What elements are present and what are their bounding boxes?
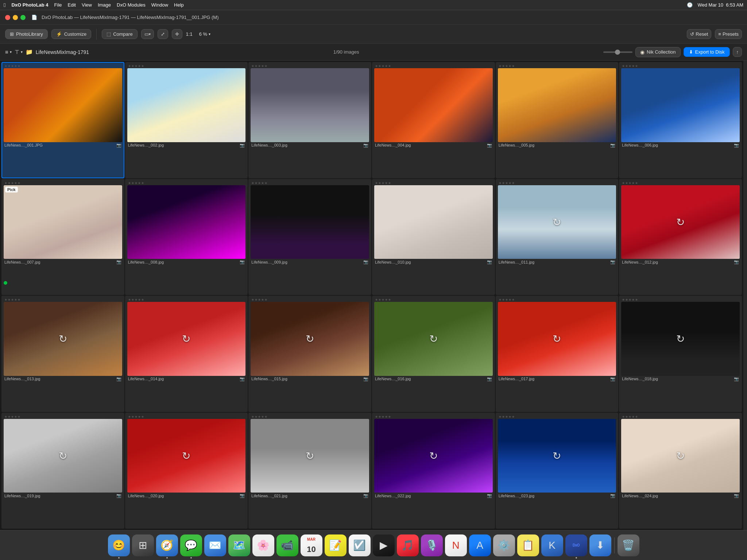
photo-cell-7[interactable]: ★★★★★PickLifeNews…_007.jpg📷 <box>1 179 124 295</box>
photo-cell-1[interactable]: ★★★★★LifeNews…_001.JPG📷 <box>1 62 124 178</box>
dock-item-mail[interactable]: ✉️ <box>204 534 226 556</box>
photo-cell-23[interactable]: ★★★★★↻LifeNews…_023.jpg📷 <box>496 413 619 529</box>
dock-item-reminders[interactable]: ☑️ <box>349 534 371 556</box>
star-3[interactable]: ★ <box>138 415 141 419</box>
dock-item-dxo[interactable]: DxO <box>565 534 587 556</box>
star-1[interactable]: ★ <box>255 415 258 419</box>
dock-item-calendar[interactable]: MAR10 <box>301 534 322 556</box>
menu-window[interactable]: Window <box>151 2 168 8</box>
star-0[interactable]: ★ <box>128 64 131 68</box>
star-3[interactable]: ★ <box>508 181 511 185</box>
star-2[interactable]: ★ <box>258 64 261 68</box>
star-2[interactable]: ★ <box>505 64 508 68</box>
star-2[interactable]: ★ <box>135 415 138 419</box>
star-2[interactable]: ★ <box>258 415 261 419</box>
compare-button[interactable]: ⬚ Compare <box>102 29 137 39</box>
star-4[interactable]: ★ <box>635 64 638 68</box>
star-4[interactable]: ★ <box>141 64 144 68</box>
star-3[interactable]: ★ <box>138 64 141 68</box>
dock-item-messages[interactable]: 💬 <box>180 534 202 556</box>
photo-cell-18[interactable]: ★★★★★↻LifeNews…_018.jpg📷 <box>619 296 742 412</box>
photo-cell-5[interactable]: ★★★★★LifeNews…_005.jpg📷 <box>496 62 619 178</box>
star-2[interactable]: ★ <box>11 415 14 419</box>
menu-edit[interactable]: Edit <box>68 2 76 8</box>
star-1[interactable]: ★ <box>255 298 258 302</box>
thumbnail-size-slider[interactable] <box>603 51 632 53</box>
fullscreen-button[interactable]: ⤢ <box>158 29 168 39</box>
star-2[interactable]: ★ <box>11 298 14 302</box>
nik-collection-button[interactable]: ◉ Nik Collection <box>635 47 680 57</box>
star-1[interactable]: ★ <box>255 181 258 185</box>
star-4[interactable]: ★ <box>635 415 638 419</box>
star-2[interactable]: ★ <box>11 181 14 185</box>
star-0[interactable]: ★ <box>375 181 378 185</box>
star-1[interactable]: ★ <box>378 415 381 419</box>
star-4[interactable]: ★ <box>264 298 267 302</box>
dock-item-maps[interactable]: 🗺️ <box>228 534 250 556</box>
star-1[interactable]: ★ <box>8 181 11 185</box>
star-1[interactable]: ★ <box>502 298 505 302</box>
photo-cell-12[interactable]: ★★★★★↻LifeNews…_012.jpg📷 <box>619 179 742 295</box>
star-3[interactable]: ★ <box>632 298 635 302</box>
star-1[interactable]: ★ <box>378 181 381 185</box>
app-name[interactable]: DxO PhotoLab 4 <box>11 2 48 8</box>
photo-stars-14[interactable]: ★★★★★ <box>127 298 246 302</box>
star-4[interactable]: ★ <box>141 298 144 302</box>
photo-cell-8[interactable]: ★★★★★LifeNews…_008.jpg📷 <box>125 179 248 295</box>
photo-stars-4[interactable]: ★★★★★ <box>374 64 493 68</box>
photo-cell-3[interactable]: ★★★★★LifeNews…_003.jpg📷 <box>248 62 371 178</box>
photo-cell-15[interactable]: ★★★★★↻LifeNews…_015.jpg📷 <box>248 296 371 412</box>
star-4[interactable]: ★ <box>388 181 391 185</box>
star-1[interactable]: ★ <box>378 64 381 68</box>
star-0[interactable]: ★ <box>622 181 625 185</box>
star-0[interactable]: ★ <box>499 298 502 302</box>
photo-stars-21[interactable]: ★★★★★ <box>251 415 369 419</box>
star-3[interactable]: ★ <box>385 298 388 302</box>
photo-stars-13[interactable]: ★★★★★ <box>4 298 122 302</box>
photo-stars-1[interactable]: ★★★★★ <box>4 64 122 68</box>
star-1[interactable]: ★ <box>378 298 381 302</box>
star-4[interactable]: ★ <box>18 64 20 68</box>
star-1[interactable]: ★ <box>8 298 11 302</box>
star-3[interactable]: ★ <box>261 181 264 185</box>
star-0[interactable]: ★ <box>4 298 7 302</box>
photo-cell-24[interactable]: ★★★★★↻LifeNews…_024.jpg📷 <box>619 413 742 529</box>
star-4[interactable]: ★ <box>141 181 144 185</box>
star-0[interactable]: ★ <box>622 298 625 302</box>
minimize-button[interactable] <box>13 15 18 20</box>
photo-cell-17[interactable]: ★★★★★↻LifeNews…_017.jpg📷 <box>496 296 619 412</box>
star-4[interactable]: ★ <box>141 415 144 419</box>
photo-stars-11[interactable]: ★★★★★ <box>498 181 616 185</box>
zoom-dropdown-icon[interactable]: ▾ <box>209 32 210 36</box>
photo-stars-12[interactable]: ★★★★★ <box>621 181 740 185</box>
star-4[interactable]: ★ <box>388 64 391 68</box>
photo-stars-8[interactable]: ★★★★★ <box>127 181 246 185</box>
star-3[interactable]: ★ <box>14 181 17 185</box>
star-0[interactable]: ★ <box>128 181 131 185</box>
photo-stars-3[interactable]: ★★★★★ <box>251 64 369 68</box>
star-2[interactable]: ★ <box>258 181 261 185</box>
star-1[interactable]: ★ <box>625 415 628 419</box>
star-4[interactable]: ★ <box>512 181 515 185</box>
star-3[interactable]: ★ <box>261 298 264 302</box>
star-0[interactable]: ★ <box>4 415 7 419</box>
apple-menu[interactable]:  <box>4 2 5 8</box>
menu-file[interactable]: File <box>54 2 62 8</box>
photo-stars-22[interactable]: ★★★★★ <box>374 415 493 419</box>
star-2[interactable]: ★ <box>382 181 384 185</box>
star-1[interactable]: ★ <box>502 415 505 419</box>
star-3[interactable]: ★ <box>261 415 264 419</box>
star-3[interactable]: ★ <box>632 64 635 68</box>
photo-cell-22[interactable]: ★★★★★↻LifeNews…_022.jpg📷 <box>372 413 495 529</box>
star-1[interactable]: ★ <box>502 64 505 68</box>
photo-stars-19[interactable]: ★★★★★ <box>4 415 122 419</box>
star-1[interactable]: ★ <box>131 64 134 68</box>
dock-item-notes[interactable]: 📋 <box>517 534 539 556</box>
photo-stars-18[interactable]: ★★★★★ <box>621 298 740 302</box>
star-4[interactable]: ★ <box>512 415 515 419</box>
star-0[interactable]: ★ <box>128 298 131 302</box>
dock-item-appstore[interactable]: A <box>469 534 491 556</box>
dock-item-facetime[interactable]: 📹 <box>276 534 298 556</box>
photo-cell-19[interactable]: ★★★★★↻LifeNews…_019.jpg📷 <box>1 413 124 529</box>
photo-cell-11[interactable]: ★★★★★↻LifeNews…_011.jpg📷 <box>496 179 619 295</box>
